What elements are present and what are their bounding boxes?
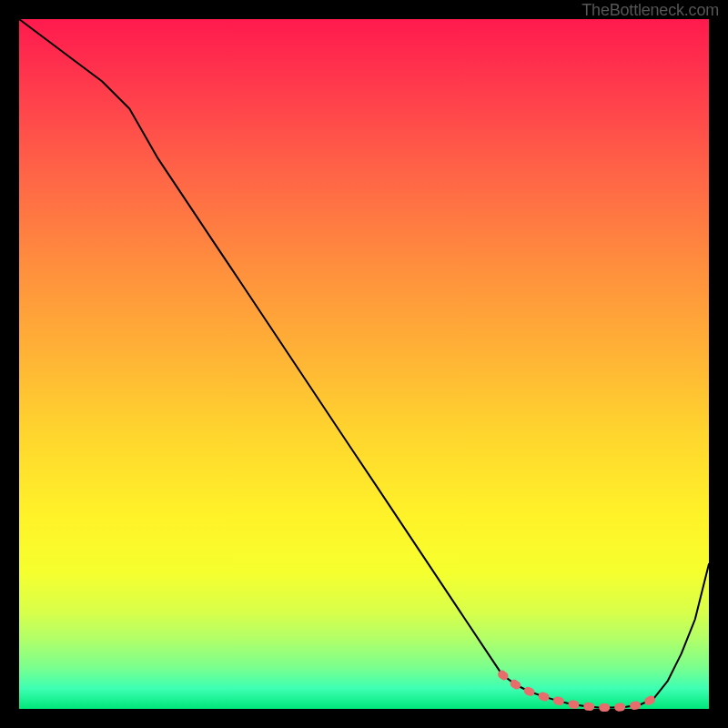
plot-gradient-background [19,19,709,709]
watermark-text: TheBottleneck.com [581,1,719,20]
chart-container: TheBottleneck.com [0,0,728,728]
